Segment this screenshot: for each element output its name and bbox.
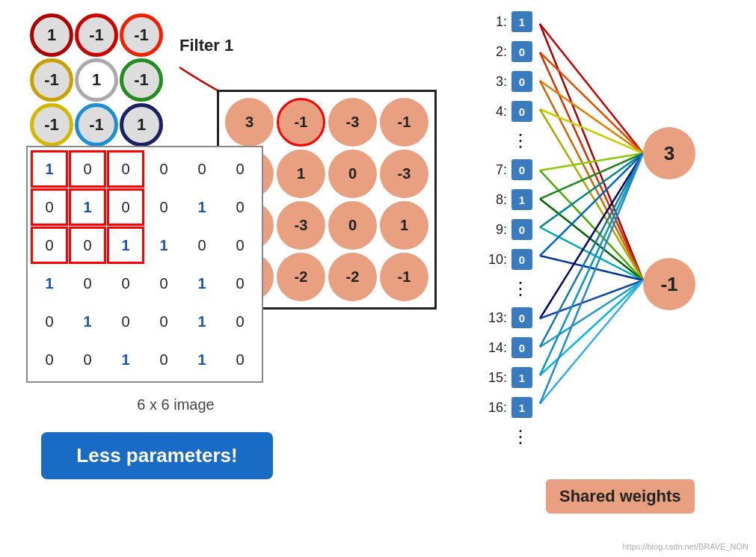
filter-cell-0: 1	[30, 13, 73, 57]
filter-kernel: 1-1-1-11-1-1-11	[30, 13, 163, 147]
input-node-label-5: 8:	[479, 192, 507, 208]
conv-cell-0: 3	[225, 98, 274, 147]
img-cell-1-0: 0	[31, 188, 68, 226]
input-node-box-9: 0	[511, 337, 532, 358]
filter-cell-2: -1	[120, 13, 163, 57]
img-cell-4-3: 0	[145, 303, 182, 340]
input-node-row-11: 16:1	[479, 393, 532, 422]
output-node-neg1-value: -1	[660, 273, 677, 296]
input-node-box-8: 0	[511, 307, 532, 328]
img-cell-2-4: 0	[183, 227, 221, 264]
img-cell-3-0: 1	[31, 265, 68, 302]
input-node-row-9: 14:0	[479, 333, 532, 362]
dots-4: ⋮	[479, 127, 532, 154]
input-node-label-8: 13:	[479, 310, 507, 326]
img-cell-5-4: 1	[183, 341, 221, 378]
filter-label: Filter 1	[179, 36, 233, 55]
input-node-row-10: 15:1	[479, 363, 532, 392]
img-cell-2-3: 1	[145, 227, 182, 264]
input-node-row-0: 1:1	[479, 7, 532, 36]
input-node-row-4: 7:0	[479, 156, 532, 184]
input-node-label-7: 10:	[479, 252, 507, 268]
input-node-box-0: 1	[511, 11, 532, 32]
input-node-label-1: 2:	[479, 44, 507, 60]
filter-cell-7: -1	[75, 103, 118, 147]
img-cell-1-4: 1	[183, 188, 221, 226]
conv-cell-7: -3	[380, 150, 428, 198]
img-cell-1-1: 1	[69, 188, 106, 226]
filter-cell-8: 1	[120, 103, 163, 147]
img-cell-4-2: 0	[107, 303, 144, 340]
output-node-3: 3	[643, 127, 695, 179]
conv-cell-15: -1	[380, 253, 428, 301]
img-cell-5-0: 0	[31, 341, 68, 378]
input-node-box-1: 0	[511, 41, 532, 62]
input-node-box-6: 0	[511, 219, 532, 240]
conv-cell-3: -1	[380, 98, 428, 147]
neural-network-container: 1:12:03:04:0⋮7:08:19:010:0⋮13:014:015:11…	[456, 0, 755, 557]
dots-8: ⋮	[479, 275, 532, 302]
img-cell-2-1: 0	[69, 227, 106, 264]
input-node-box-10: 1	[511, 367, 532, 388]
img-cell-5-3: 0	[145, 341, 182, 378]
watermark: https://blog.csdn.net/BRAVE_NON	[622, 542, 749, 551]
input-node-label-3: 4:	[479, 104, 507, 120]
filter-cell-3: -1	[30, 58, 73, 102]
filter-cell-6: -1	[30, 103, 73, 147]
output-node-neg1: -1	[643, 258, 695, 310]
image-grid: 100000010010001100100010010010001010	[31, 150, 259, 378]
img-cell-3-3: 0	[145, 265, 182, 302]
img-cell-4-4: 1	[183, 303, 221, 340]
input-node-label-2: 3:	[479, 74, 507, 90]
img-cell-5-5: 0	[221, 341, 259, 378]
img-cell-1-5: 0	[221, 188, 259, 226]
input-node-label-9: 14:	[479, 340, 507, 356]
input-node-label-4: 7:	[479, 162, 507, 178]
input-node-label-10: 15:	[479, 370, 507, 386]
img-cell-4-0: 0	[31, 303, 68, 340]
input-node-row-3: 4:0	[479, 97, 532, 126]
img-cell-4-1: 1	[69, 303, 106, 340]
img-cell-2-2: 1	[107, 227, 144, 264]
img-cell-3-1: 0	[69, 265, 106, 302]
img-cell-3-2: 0	[107, 265, 144, 302]
img-cell-0-0: 1	[31, 150, 68, 188]
img-cell-0-1: 0	[69, 150, 106, 188]
input-node-box-3: 0	[511, 101, 532, 122]
shared-weights-label: Shared weights	[546, 479, 695, 514]
filter-cell-1: -1	[75, 13, 118, 57]
input-node-row-1: 2:0	[479, 37, 532, 66]
conv-cell-9: -3	[277, 201, 325, 250]
img-cell-3-4: 1	[183, 265, 221, 302]
input-node-row-8: 13:0	[479, 304, 532, 332]
conv-cell-14: -2	[328, 253, 377, 301]
img-cell-4-5: 0	[221, 303, 259, 340]
input-node-label-11: 16:	[479, 400, 507, 416]
img-cell-5-1: 0	[69, 341, 106, 378]
image-label: 6 x 6 image	[64, 396, 288, 413]
conv-cell-2: -3	[328, 98, 377, 147]
input-node-row-7: 10:0	[479, 245, 532, 274]
filter-cell-5: -1	[120, 58, 163, 102]
img-cell-2-5: 0	[221, 227, 259, 264]
conv-cell-10: 0	[328, 201, 377, 250]
img-cell-3-5: 0	[221, 265, 259, 302]
input-nodes: 1:12:03:04:0⋮7:08:19:010:0⋮13:014:015:11…	[479, 7, 532, 452]
conv-cell-6: 0	[328, 150, 377, 198]
input-node-box-11: 1	[511, 397, 532, 418]
img-cell-0-2: 0	[107, 150, 144, 188]
input-node-label-6: 9:	[479, 222, 507, 238]
conv-cell-13: -2	[277, 253, 325, 301]
conv-cell-1: -1	[277, 98, 325, 147]
img-cell-0-4: 0	[183, 150, 221, 188]
input-node-box-2: 0	[511, 71, 532, 92]
conv-cell-5: 1	[277, 150, 325, 198]
image-grid-container: 100000010010001100100010010010001010	[26, 146, 263, 383]
input-node-box-7: 0	[511, 249, 532, 270]
dots-end: ⋮	[479, 423, 532, 450]
input-node-row-6: 9:0	[479, 215, 532, 244]
img-cell-1-2: 0	[107, 188, 144, 226]
less-params-button[interactable]: Less parameters!	[41, 432, 273, 479]
filter-cell-4: 1	[75, 58, 118, 102]
img-cell-5-2: 1	[107, 341, 144, 378]
